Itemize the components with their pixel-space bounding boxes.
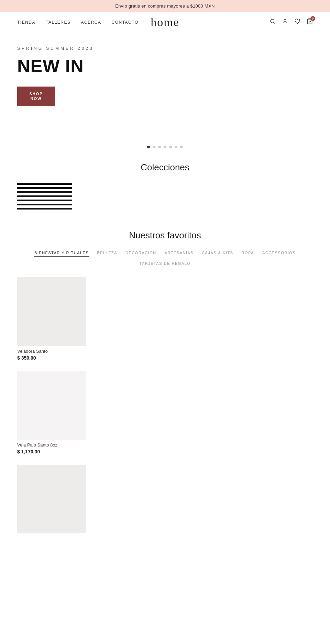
cart-badge: 0 [310,16,315,21]
announcement-bar: Envío gratis en compras mayores a $1000 … [0,0,330,12]
tab-accessorios[interactable]: ACCESSORIOS [262,249,296,257]
colecciones-title: Colecciones [17,162,313,173]
slider-dots [0,135,330,155]
tab-artesanias[interactable]: ARTESANÍAS [164,249,195,257]
product-price-1: $ 350.00 [17,355,313,361]
dot-5[interactable] [169,146,172,148]
favoritos-section: Nuestros favoritos BIENESTAR Y RITUALES … [0,223,330,557]
announcement-text: Envío gratis en compras mayores a $1000 … [115,3,215,9]
hero-section: SPRING SUMMER 2023 NEW IN SHOP NOW [0,32,330,135]
nav-talleres[interactable]: TALLERES [46,20,70,25]
hero-subtitle: SPRING SUMMER 2023 [17,46,313,51]
product-name-2: Vela Palo Santo 8oz [17,442,313,448]
product-image-2 [17,371,86,440]
product-card-3 [17,465,313,536]
dot-7[interactable] [180,146,183,148]
hero-title: NEW IN [17,56,313,76]
dot-3[interactable] [158,146,161,148]
favoritos-title: Nuestros favoritos [17,230,313,241]
site-logo[interactable]: home [151,16,179,29]
dot-6[interactable] [175,146,177,148]
svg-point-0 [271,19,274,23]
wishlist-icon[interactable] [294,18,300,26]
product-card-1: Veladora Santo $ 350.00 [17,277,313,361]
colecciones-section: Colecciones [0,155,330,223]
dot-4[interactable] [164,146,166,148]
svg-point-2 [284,19,286,21]
tab-bienestar[interactable]: BIENESTAR Y RITUALES [34,249,89,257]
shop-now-button[interactable]: SHOP NOW [17,87,55,106]
nav-tienda[interactable]: TIENDA [17,20,35,25]
tab-tarjetas[interactable]: TARJETAS DE REGALO [139,260,191,267]
main-nav: TIENDA TALLERES ACERCA CONTACTO [17,20,139,25]
collection-line-3 [17,191,72,193]
favoritos-tabs: BIENESTAR Y RITUALES BELLEZA DECORACIÓN … [17,249,313,267]
header: TIENDA TALLERES ACERCA CONTACTO home [0,12,330,32]
cart-icon[interactable]: 0 [307,18,313,26]
collection-line-1 [17,183,72,185]
dot-1[interactable] [147,146,150,148]
product-card-2: Vela Palo Santo 8oz $ 1,170.00 [17,371,313,454]
svg-line-1 [274,22,275,24]
dot-2[interactable] [153,146,155,148]
product-image-3 [17,465,86,533]
user-icon[interactable] [282,18,288,26]
collection-line-4 [17,195,72,197]
colecciones-lines [17,183,313,210]
collection-line-7 [17,208,72,210]
tab-cajas-kits[interactable]: CAJAS & KITS [201,249,234,257]
nav-acerca[interactable]: ACERCA [81,20,101,25]
nav-contacto[interactable]: CONTACTO [112,20,139,25]
collection-line-6 [17,204,72,205]
collection-line-5 [17,200,72,201]
search-icon[interactable] [270,18,276,26]
product-name-1: Veladora Santo [17,349,313,354]
tab-belleza[interactable]: BELLEZA [96,249,118,257]
product-image-1 [17,277,86,346]
nav-icons: 0 [270,18,313,26]
collection-line-2 [17,187,72,189]
products-grid: Veladora Santo $ 350.00 Vela Palo Santo … [17,277,313,546]
tab-ropa[interactable]: ROPA [241,249,255,257]
tab-decoracion[interactable]: DECORACIÓN [125,249,157,257]
product-price-2: $ 1,170.00 [17,449,313,454]
